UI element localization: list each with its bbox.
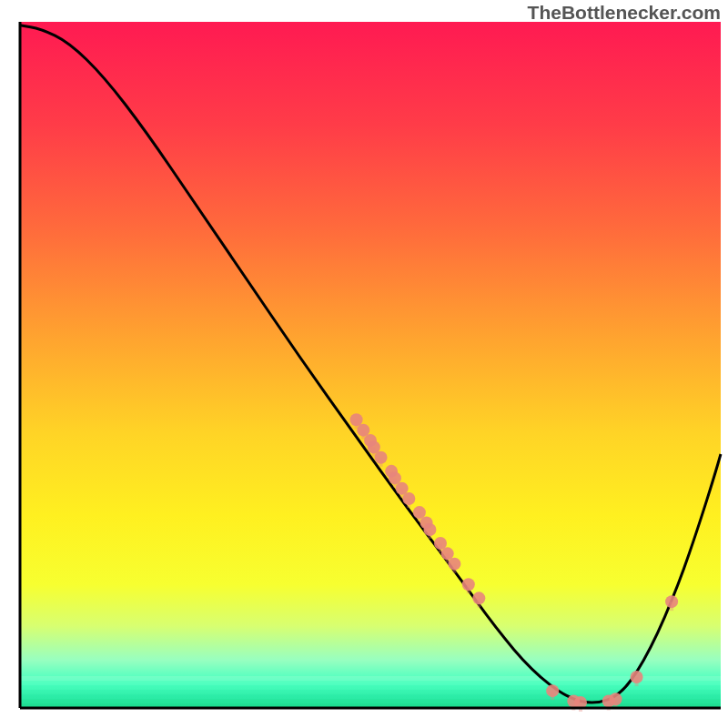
svg-rect-2 — [20, 685, 721, 690]
svg-point-54 — [665, 595, 678, 608]
svg-point-30 — [423, 523, 436, 536]
svg-point-36 — [448, 558, 460, 571]
svg-rect-1 — [20, 681, 721, 685]
svg-rect-0 — [20, 676, 721, 681]
svg-point-16 — [375, 451, 388, 464]
chart-svg — [0, 0, 728, 728]
svg-point-52 — [631, 671, 643, 683]
chart-container: TheBottlenecker.com — [0, 0, 728, 728]
svg-point-38 — [462, 578, 475, 591]
svg-point-40 — [472, 592, 485, 604]
plot-background — [20, 22, 721, 708]
svg-point-42 — [546, 684, 559, 697]
svg-point-50 — [610, 693, 622, 705]
svg-point-24 — [402, 492, 415, 505]
watermark-text: TheBottlenecker.com — [528, 2, 721, 24]
